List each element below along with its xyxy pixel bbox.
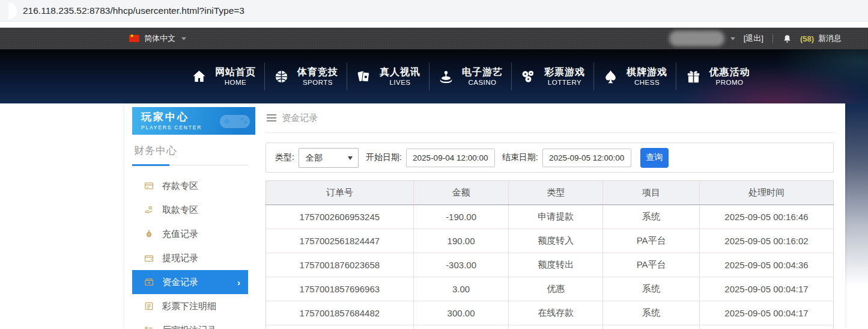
table-row: 1757002561824447190.00额度转入PA平台2025-09-05… [266,229,834,253]
lottery-balls-icon [520,69,536,85]
table-cell: 2025-09-05 00:16:46 [699,205,833,229]
table-cell: PA平台 [603,229,700,253]
table-cell: 3.00 [413,277,509,301]
sidebar-item-label: 厅室投注记录 [162,325,216,329]
page-url[interactable]: 216.118.235.52:8783/hhcp/usercenter.html… [23,5,244,16]
table-cell [413,325,509,329]
nav-item-chess[interactable]: 棋牌游戏 CHESS [594,63,676,90]
logout-link[interactable]: [退出] [744,33,763,44]
table-cell: 2025-09-05 00:04:17 [699,301,833,325]
browser-gap [0,22,868,28]
withdraw-hand-icon [144,204,154,215]
main-content: 资金记录 类型: 全部 开始日期: 结束日期: 查询 订单号金额类型项目处理时间… [260,103,845,329]
sidebar-item-checklist[interactable]: 厅室投注记录 › [132,318,248,329]
nav-label-en: PROMO [709,78,750,87]
column-header: 金额 [413,181,509,205]
column-header: 类型 [509,181,603,205]
table-cell [699,325,833,329]
start-date-input[interactable] [406,149,495,167]
browser-address-bar[interactable]: 216.118.235.52:8783/hhcp/usercenter.html… [0,0,868,22]
home-icon [191,69,207,85]
search-button[interactable]: 查询 [640,148,669,168]
language-selector[interactable]: 简体中文 [144,33,175,44]
cards-icon [356,69,372,85]
end-date-label: 结束日期: [502,152,538,163]
gift-icon [685,69,702,85]
table-cell: 额度转入 [509,229,603,253]
table-cell: 300.00 [413,301,509,325]
page-header: 资金记录 [266,103,834,133]
table-cell: 优惠 [509,277,603,301]
nav-label-zh: 体育竞技 [297,66,338,78]
table-cell: 1757001857696963 [266,277,414,301]
hamburger-icon[interactable] [267,114,276,121]
table-cell: 2025-09-05 00:04:17 [699,277,833,301]
sidebar-item-moneybag[interactable]: 充值记录 › [132,222,248,246]
account-bar: 简体中文 [退出] (58) 新消息 [0,28,868,49]
start-date-label: 开始日期: [366,152,402,163]
sidebar-item-label: 取款专区 [162,204,198,216]
table-cell: 系统 [603,277,700,301]
column-header: 处理时间 [699,181,833,205]
section-underline [132,164,248,166]
notification-bell-icon[interactable] [782,34,792,44]
nav-label-en: LIVES [380,78,420,87]
end-date-input[interactable] [542,149,631,167]
username-redacted[interactable] [669,31,724,46]
address-pill-edge [8,2,17,19]
table-cell: 申请提款 [509,205,603,229]
nav-label-zh: 棋牌游戏 [627,66,667,78]
sidebar-menu: 存款专区 › 取款专区 › 充值记录 › 提现记录 › 资金记录 › 彩票下注明… [132,174,260,329]
nav-item-home[interactable]: 网站首页 HOME [183,63,265,90]
user-menu-caret-icon[interactable] [730,37,735,40]
content-panel: 玩家中心 PLAYERS CENTER 财务中心 存款专区 › 取款专区 › 充… [124,103,845,329]
table-cell: 1757001857684482 [266,301,414,325]
sidebar-item-deposit-card[interactable]: 存款专区 › [132,174,248,198]
table-cell: 2025-09-05 00:16:02 [699,229,833,253]
china-flag-icon [129,35,139,42]
type-select[interactable]: 全部 [299,148,359,168]
table-cell [266,325,414,329]
table-cell: 190.00 [413,229,509,253]
table-cell: 系统 [603,205,700,229]
nav-label-en: HOME [215,78,256,87]
table-row: 1757001876023658-303.00额度转出PA平台2025-09-0… [266,253,834,277]
table-cell: 在线存款 [509,301,603,325]
sidebar-item-withdraw-hand[interactable]: 取款专区 › [132,198,248,222]
sidebar-item-label: 资金记录 [162,277,198,288]
nav-item-promo[interactable]: 优惠活动 PROMO [676,63,759,90]
table-cell: PA平台 [603,253,700,277]
nav-label-en: CHESS [627,78,667,87]
new-message-link[interactable]: 新消息 [818,33,842,44]
sidebar-item-label: 存款专区 [162,180,198,192]
nav-item-lottery[interactable]: 彩票游戏 LOTTERY [512,63,594,90]
banner-right-fade [845,103,868,302]
sidebar-item-document[interactable]: 彩票下注明细 › [132,294,248,318]
table-header-row: 订单号金额类型项目处理时间 [266,181,834,205]
nav-item-lives[interactable]: 真人视讯 LIVES [347,63,429,90]
table-row [266,325,834,329]
sidebar-item-wallet[interactable]: 提现记录 › [132,246,248,270]
nav-label-zh: 彩票游戏 [544,66,585,78]
nav-label-zh: 优惠活动 [709,66,750,78]
table-cell: 2025-09-05 00:04:36 [699,253,833,277]
nav-item-sports[interactable]: 体育竞技 SPORTS [265,63,347,90]
breadcrumb: 资金记录 [282,112,318,124]
sidebar-item-label: 充值记录 [162,229,198,240]
spade-icon [602,69,619,85]
nav-label-zh: 电子游艺 [462,66,503,78]
table-body: 1757002606953245-190.00申请提款系统2025-09-05 … [266,205,834,329]
wallet-icon [144,253,154,263]
message-count[interactable]: (58) [800,34,814,43]
basketball-icon [273,69,290,85]
sidebar-item-banknotes[interactable]: 资金记录 › [132,270,248,294]
language-caret-icon[interactable] [181,37,186,40]
banknotes-icon [144,277,154,287]
nav-item-casino[interactable]: 电子游艺 CASINO [429,63,512,90]
nav-label-en: LOTTERY [544,78,585,87]
sidebar-item-label: 彩票下注明细 [162,301,216,312]
funds-record-table: 订单号金额类型项目处理时间 1757002606953245-190.00申请提… [266,180,834,329]
chevron-right-icon: › [237,277,240,287]
filter-bar: 类型: 全部 开始日期: 结束日期: 查询 [266,143,834,173]
main-nav: 网站首页 HOME 体育竞技 SPORTS 真人视讯 LIVES 电子游艺 CA… [183,49,759,103]
